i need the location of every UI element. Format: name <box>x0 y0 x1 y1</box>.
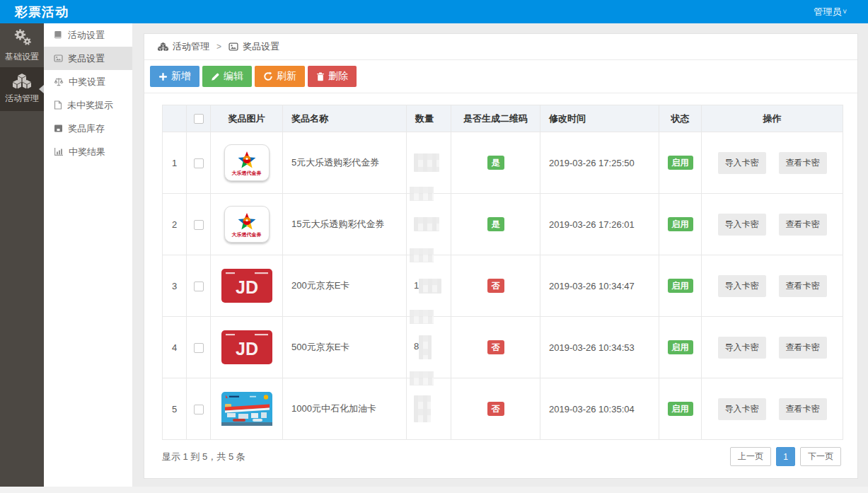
import-keys-button[interactable]: 导入卡密 <box>718 275 766 297</box>
rail-item-active[interactable]: 活动管理 <box>0 67 44 111</box>
view-keys-button[interactable]: 查看卡密 <box>779 214 827 236</box>
prize-quantity <box>407 194 451 255</box>
import-keys-button[interactable]: 导入卡密 <box>718 337 766 359</box>
cubes-icon <box>158 42 168 51</box>
row-index: 3 <box>163 255 187 317</box>
rail-item-label: 基础设置 <box>5 51 39 63</box>
prize-image-jd: JD <box>221 269 272 303</box>
current-page-button[interactable]: 1 <box>776 447 795 466</box>
submenu-item[interactable]: 奖品库存 <box>44 117 132 140</box>
column-header: 奖品名称 <box>283 105 407 132</box>
svg-text:JD: JD <box>236 339 258 359</box>
prev-page-button[interactable]: 上一页 <box>730 447 771 466</box>
table-row: 3JD200元京东E卡1否2019-03-26 10:34:47启用导入卡密查看… <box>163 255 843 317</box>
table-row: 1大乐透代金券5元大乐透购彩代金券是2019-03-26 17:25:50启用导… <box>163 132 843 194</box>
qr-badge: 是 <box>487 217 504 231</box>
prize-image-dlt: 大乐透代金券 <box>224 206 270 243</box>
prize-name: 5元大乐透购彩代金券 <box>283 132 407 194</box>
next-page-button[interactable]: 下一页 <box>800 447 841 466</box>
import-keys-button[interactable]: 导入卡密 <box>718 214 766 236</box>
prize-name: 500元京东E卡 <box>283 317 407 378</box>
modified-time: 2019-03-26 10:35:04 <box>540 378 659 440</box>
chart-icon <box>54 147 64 156</box>
blur-artifact <box>410 310 434 324</box>
prize-quantity <box>407 378 451 440</box>
prize-image-jd: JD <box>221 330 272 364</box>
refresh-icon <box>263 71 273 81</box>
rail-item-label: 活动管理 <box>5 93 39 105</box>
row-checkbox[interactable] <box>194 405 204 414</box>
import-keys-button[interactable]: 导入卡密 <box>718 152 766 174</box>
rail-item-normal[interactable]: 基础设置 <box>0 23 44 67</box>
row-index: 5 <box>163 378 187 440</box>
top-bar: 彩票活动 管理员˅ <box>0 0 868 23</box>
qr-badge: 否 <box>487 402 504 416</box>
view-keys-button[interactable]: 查看卡密 <box>779 275 827 297</box>
masked-quantity <box>419 279 441 294</box>
image-icon <box>54 54 63 63</box>
chevron-down-icon: ˅ <box>843 8 847 16</box>
blur-artifact <box>410 187 434 201</box>
refresh-button[interactable]: 刷新 <box>255 66 305 87</box>
breadcrumb-separator: > <box>216 42 221 52</box>
submenu-item-label: 奖品设置 <box>68 52 105 65</box>
primary-sidebar: 基础设置活动管理 <box>0 23 44 487</box>
breadcrumb-parent[interactable]: 活动管理 <box>173 40 209 53</box>
status-badge: 启用 <box>668 340 693 354</box>
row-checkbox[interactable] <box>194 220 204 230</box>
qr-badge: 否 <box>487 279 504 293</box>
prize-name: 1000元中石化加油卡 <box>283 378 407 440</box>
secondary-sidebar: 活动设置奖品设置中奖设置未中奖提示奖品库存中奖结果 <box>44 23 132 487</box>
status-badge: 启用 <box>668 402 693 416</box>
masked-quantity <box>419 335 432 359</box>
prize-image-dlt: 大乐透代金券 <box>224 144 270 181</box>
column-header <box>187 105 211 132</box>
active-arrow <box>39 85 44 93</box>
table-row: 2大乐透代金券15元大乐透购彩代金券是2019-03-26 17:26:01启用… <box>163 194 843 255</box>
submenu-item[interactable]: 活动设置 <box>44 23 132 47</box>
gears-icon <box>13 28 32 49</box>
prize-table: 奖品图片奖品名称数量是否生成二维码修改时间状态操作 1大乐透代金券5元大乐透购彩… <box>162 105 843 440</box>
masked-quantity <box>414 217 439 231</box>
submenu-item-label: 中奖结果 <box>69 146 105 158</box>
pencil-icon <box>211 72 220 81</box>
add-button[interactable]: 新增 <box>150 66 199 87</box>
submenu-item[interactable]: 奖品设置 <box>44 47 132 70</box>
prize-quantity: 1 <box>407 255 451 317</box>
submenu-item[interactable]: 中奖设置 <box>44 70 132 93</box>
status-badge: 启用 <box>668 279 693 293</box>
svg-text:JD: JD <box>236 277 258 297</box>
blur-artifact <box>410 248 434 262</box>
modified-time: 2019-03-26 17:26:01 <box>540 194 659 255</box>
prize-quantity <box>407 132 451 194</box>
main-panel: 活动管理 > 奖品设置 新增编辑刷新删除 奖品图片奖品名称数量是否生成二维码修改… <box>144 33 858 479</box>
column-header: 是否生成二维码 <box>451 105 540 132</box>
edit-button[interactable]: 编辑 <box>202 66 252 87</box>
prize-name: 15元大乐透购彩代金券 <box>283 194 407 255</box>
column-header: 修改时间 <box>540 105 659 132</box>
table-row: 51000元中石化加油卡否2019-03-26 10:35:04启用导入卡密查看… <box>163 378 843 440</box>
row-checkbox[interactable] <box>194 343 204 353</box>
column-header <box>163 105 187 132</box>
row-checkbox[interactable] <box>194 282 204 291</box>
import-keys-button[interactable]: 导入卡密 <box>718 398 766 420</box>
submenu-item[interactable]: 未中奖提示 <box>44 93 132 117</box>
user-menu[interactable]: 管理员˅ <box>814 6 847 18</box>
row-index: 1 <box>163 132 187 194</box>
breadcrumb: 活动管理 > 奖品设置 <box>144 34 857 60</box>
prize-name: 200元京东E卡 <box>283 255 407 317</box>
delete-button[interactable]: 删除 <box>308 66 357 87</box>
select-all-checkbox[interactable] <box>194 114 204 124</box>
view-keys-button[interactable]: 查看卡密 <box>779 398 827 420</box>
trash-icon <box>316 72 325 81</box>
view-keys-button[interactable]: 查看卡密 <box>779 337 827 359</box>
toolbar: 新增编辑刷新删除 <box>144 60 857 93</box>
row-index: 2 <box>163 194 187 255</box>
submenu-item-label: 活动设置 <box>68 29 105 42</box>
row-checkbox[interactable] <box>194 158 204 168</box>
submenu-item[interactable]: 中奖结果 <box>44 140 132 163</box>
column-header: 数量 <box>407 105 451 132</box>
view-keys-button[interactable]: 查看卡密 <box>779 152 827 174</box>
column-header: 奖品图片 <box>211 105 283 132</box>
masked-quantity <box>414 153 439 172</box>
